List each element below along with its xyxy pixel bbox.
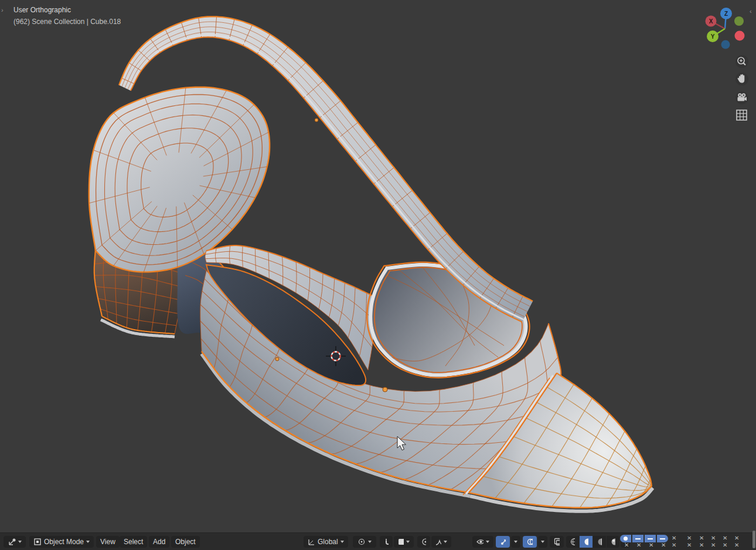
- x-mark: ✕: [723, 542, 727, 548]
- blender-3d-viewport: › User Orthographic (962) Scene Collecti…: [0, 0, 756, 550]
- x-mark: ✕: [734, 535, 739, 541]
- eye-icon: [476, 538, 483, 545]
- x-mark: ✕: [711, 542, 716, 548]
- x-mark: ✕: [661, 542, 666, 548]
- snap-target-icon: [398, 538, 404, 545]
- shading-rendered-button[interactable]: [607, 536, 619, 548]
- gizmo-y-label: Y: [711, 33, 715, 40]
- proportional-circle-icon: [421, 538, 426, 546]
- x-mark: ✕: [723, 535, 727, 541]
- wireframe-sphere-icon: [570, 538, 575, 546]
- x-mark: ✕: [687, 542, 692, 548]
- menu-view[interactable]: View: [96, 536, 120, 548]
- falloff-curve-icon: [435, 538, 441, 545]
- editor-type-dropdown[interactable]: [4, 536, 26, 548]
- navigation-gizmo[interactable]: Z X Y: [699, 1, 754, 57]
- viewport-side-tools: [734, 54, 751, 130]
- pan-tool-icon[interactable]: [735, 73, 748, 86]
- overlays-dropdown[interactable]: [538, 536, 547, 548]
- zoom-tool-icon[interactable]: [735, 55, 748, 68]
- pivot-icon: [357, 538, 366, 546]
- falloff-dropdown[interactable]: [431, 536, 451, 548]
- rendered-sphere-icon: [611, 538, 615, 546]
- scrollbar-fragment[interactable]: [752, 531, 755, 548]
- shading-solid-button[interactable]: [580, 536, 592, 548]
- solid-sphere-icon: [584, 538, 588, 546]
- view-mode-label: User Orthographic: [13, 6, 71, 14]
- scene-collection-label: (962) Scene Collection | Cube.018: [13, 18, 121, 26]
- gizmo-arrow-icon: [500, 538, 506, 546]
- gizmo-dropdown[interactable]: [511, 536, 520, 548]
- x-mark: ✕: [649, 542, 653, 548]
- menu-object[interactable]: Object: [171, 536, 200, 548]
- mode-dropdown[interactable]: Object Mode: [29, 536, 94, 548]
- orientation-axes-icon: [308, 538, 315, 546]
- snap-settings-dropdown[interactable]: [394, 536, 414, 548]
- transform-orientation-dropdown[interactable]: Global: [304, 536, 348, 548]
- shading-material-button[interactable]: [593, 536, 606, 548]
- gizmo-x-neg-axis[interactable]: [734, 16, 744, 26]
- show-gizmo-toggle[interactable]: [496, 536, 510, 548]
- pivot-point-dropdown[interactable]: [353, 536, 376, 548]
- x-mark: ✕: [699, 535, 704, 541]
- gizmo-z-neg-axis[interactable]: [721, 40, 730, 49]
- xray-toggle[interactable]: [550, 536, 564, 548]
- region-expand-left-icon[interactable]: ›: [1, 6, 4, 13]
- x-mark: ✕: [699, 542, 704, 548]
- gizmo-z-label: Z: [724, 11, 728, 17]
- x-mark: ✕: [672, 542, 676, 548]
- x-mark: ✕: [687, 535, 692, 541]
- shading-wireframe-button[interactable]: [566, 536, 579, 548]
- menu-select[interactable]: Select: [120, 536, 147, 548]
- grid-toggle-icon[interactable]: [737, 110, 747, 120]
- x-mark: ✕: [711, 535, 716, 541]
- menu-add[interactable]: Add: [149, 536, 169, 548]
- x-mark: ✕: [636, 542, 641, 548]
- x-mark: ✕: [734, 542, 739, 548]
- orientation-label: Global: [318, 538, 338, 546]
- show-overlays-toggle[interactable]: [523, 536, 537, 548]
- gizmo-x-label: X: [709, 18, 713, 25]
- x-mark: ✕: [672, 535, 676, 541]
- overlays-icon: [527, 538, 533, 546]
- material-sphere-icon: [597, 538, 602, 546]
- show-object-types-dropdown[interactable]: [472, 536, 493, 548]
- gizmo-y-neg-axis[interactable]: [735, 31, 745, 41]
- magnet-icon: [384, 538, 389, 546]
- x-mark: ✕: [624, 542, 629, 548]
- snap-toggle[interactable]: [380, 536, 393, 548]
- camera-view-icon[interactable]: [735, 91, 748, 104]
- xray-icon: [554, 538, 560, 546]
- mode-label: Object Mode: [44, 538, 84, 546]
- viewport-canvas[interactable]: [0, 0, 756, 550]
- proportional-editing-toggle[interactable]: [417, 536, 430, 548]
